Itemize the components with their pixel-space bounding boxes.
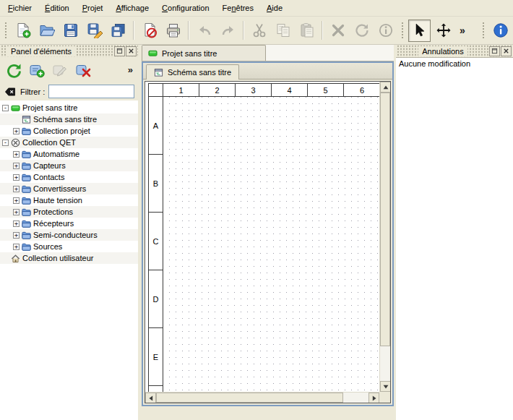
row-header-cell: C [149, 213, 163, 270]
info-circle-icon [378, 22, 394, 38]
paste-button[interactable] [296, 20, 318, 42]
horizontal-scroll-track[interactable] [156, 393, 368, 403]
pan-mode-button[interactable] [432, 20, 454, 42]
save-all-icon [111, 22, 126, 38]
collapse-icon[interactable]: - [2, 105, 9, 111]
tree-item-collection-projet[interactable]: +Collection projet [0, 125, 138, 137]
edit-infos-button[interactable] [374, 20, 397, 42]
new-element-icon [29, 62, 45, 78]
filter-input[interactable] [48, 85, 134, 98]
undo-dock-titlebar[interactable]: Annulations [396, 45, 513, 57]
edit-element-button[interactable] [49, 59, 70, 80]
tree-item-collection-utilisateur[interactable]: Collection utilisateur [0, 252, 138, 264]
tree-item-protections[interactable]: +Protections [0, 206, 138, 218]
tree-item-contacts[interactable]: +Contacts [0, 171, 138, 183]
clear-filter-button[interactable] [4, 85, 17, 98]
vertical-scrollbar[interactable] [379, 82, 390, 392]
tree-item-label: Collection projet [33, 127, 90, 135]
expand-icon[interactable]: + [13, 209, 20, 215]
toolbar-handle[interactable] [481, 22, 486, 39]
undo-button[interactable] [193, 20, 215, 42]
close-project-button[interactable] [138, 20, 160, 42]
schema-icon [22, 115, 31, 124]
expand-icon[interactable]: + [13, 128, 20, 134]
menu-fichier[interactable]: Fichier [1, 0, 38, 16]
scroll-down-button[interactable] [380, 381, 391, 392]
close-dock-button[interactable] [501, 46, 512, 56]
menu-fenetres[interactable]: Fenêtres [216, 0, 260, 16]
toolbar-handle[interactable] [4, 22, 8, 39]
expand-icon[interactable]: + [13, 197, 20, 204]
toolbar-handle[interactable] [400, 22, 405, 39]
scroll-right-button[interactable] [368, 393, 379, 403]
cut-button[interactable] [248, 20, 270, 42]
toolbar-separator [188, 21, 189, 40]
folder-icon [22, 127, 31, 136]
new-document-icon [15, 22, 31, 38]
expand-icon[interactable]: + [13, 186, 20, 192]
menu-edition[interactable]: Édition [38, 0, 76, 16]
tree-item-recepteurs[interactable]: +Récepteurs [0, 218, 138, 229]
float-dock-button[interactable] [114, 46, 125, 56]
scroll-up-button[interactable] [380, 82, 391, 93]
tree-item-capteurs[interactable]: +Capteurs [0, 160, 138, 171]
arrow-right-icon [371, 395, 377, 401]
save-all-schemas-button[interactable] [107, 20, 129, 42]
scroll-left-button[interactable] [145, 393, 156, 403]
tree-item-automatisme[interactable]: +Automatisme [0, 148, 138, 160]
project-window: Schéma sans titre 123456 ABCDE [142, 61, 394, 406]
expand-icon[interactable]: + [13, 244, 20, 250]
menu-aide[interactable]: Aide [260, 0, 289, 16]
delete-selection-button[interactable] [327, 20, 349, 42]
about-button[interactable] [489, 20, 512, 42]
expand-icon[interactable]: + [13, 151, 20, 158]
arrow-down-icon [383, 384, 389, 390]
undo-list-item[interactable]: Aucune modification [396, 58, 513, 69]
folder-icon [22, 231, 31, 240]
menu-projet[interactable]: Projet [76, 0, 110, 16]
toolbar-extension-button[interactable]: » [128, 64, 135, 75]
select-mode-button[interactable] [408, 20, 431, 42]
rotate-selection-button[interactable] [350, 20, 373, 42]
vertical-scroll-track[interactable] [380, 93, 390, 381]
horizontal-scrollbar[interactable] [145, 392, 379, 403]
tree-item-convertisseurs[interactable]: +Convertisseurs [0, 183, 138, 194]
float-dock-button[interactable] [489, 46, 500, 56]
expand-icon[interactable]: + [13, 163, 20, 169]
tree-item-semi-conducteurs[interactable]: +Semi-conducteurs [0, 229, 138, 241]
tree-item-schema-sans-titre[interactable]: Schéma sans titre [0, 113, 138, 125]
tree-item-projet-sans-titre[interactable]: -Projet sans titre [0, 102, 138, 113]
collapse-icon[interactable]: - [2, 140, 9, 146]
schema-tab[interactable]: Schéma sans titre [146, 64, 239, 80]
tree-item-sources[interactable]: +Sources [0, 241, 138, 252]
tree-item-haute-tension[interactable]: +Haute tension [0, 194, 138, 206]
horizontal-scroll-thumb[interactable] [156, 393, 343, 403]
new-project-button[interactable] [12, 20, 34, 42]
tree-item-label: Convertisseurs [33, 184, 86, 193]
reload-collections-button[interactable] [3, 59, 24, 80]
menu-configuration[interactable]: Configuration [155, 0, 215, 16]
copy-button[interactable] [272, 20, 294, 42]
close-dock-button[interactable] [126, 46, 137, 56]
toolbar-extension-button[interactable]: » [456, 25, 469, 36]
folder-icon [22, 150, 31, 159]
schema-canvas[interactable]: 123456 ABCDE [145, 82, 379, 392]
save-project-as-button[interactable] [83, 20, 105, 42]
save-project-button[interactable] [59, 20, 82, 42]
project-tab[interactable]: Projet sans titre [142, 45, 266, 61]
undo-dock: Annulations Aucune modification [396, 45, 513, 420]
elements-panel-titlebar[interactable]: Panel d'éléments [0, 45, 138, 57]
menu-affichage[interactable]: Affichage [109, 0, 155, 16]
new-element-button[interactable] [26, 59, 47, 80]
vertical-scroll-thumb[interactable] [380, 93, 390, 346]
open-project-button[interactable] [35, 20, 58, 42]
print-button[interactable] [162, 20, 184, 42]
redo-button[interactable] [217, 20, 239, 42]
save-as-icon [87, 22, 103, 38]
tree-item-collection-qet[interactable]: -Collection QET [0, 137, 138, 148]
delete-element-button[interactable] [72, 59, 93, 80]
expand-icon[interactable]: + [13, 220, 20, 227]
elements-panel-toolbar: » [0, 57, 138, 82]
expand-icon[interactable]: + [13, 232, 20, 239]
expand-icon[interactable]: + [13, 174, 20, 181]
